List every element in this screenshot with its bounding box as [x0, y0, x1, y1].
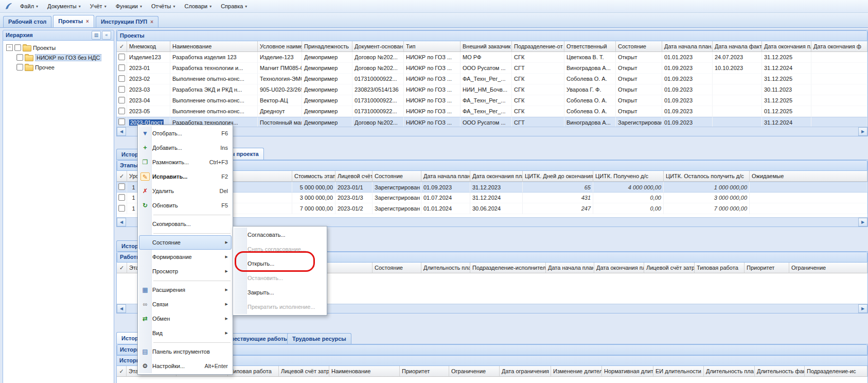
menubar-item[interactable]: Словари▾: [180, 2, 216, 11]
column-header[interactable]: Ограничение: [789, 263, 867, 273]
column-header[interactable]: Тип: [404, 41, 460, 52]
column-header[interactable]: Приоритет: [745, 263, 789, 273]
row-checkbox[interactable]: [118, 118, 125, 125]
tree-node-label[interactable]: НИОКР по ГОЗ без НДС: [35, 54, 101, 61]
document-tab[interactable]: Инструкции ПУП×: [96, 16, 158, 27]
column-header[interactable]: Дата окончания ф: [811, 41, 867, 52]
column-header[interactable]: Подразделение-от: [512, 41, 564, 52]
tree-node-label[interactable]: Прочее: [35, 64, 55, 71]
column-header[interactable]: ✓: [117, 171, 127, 182]
menu-item[interactable]: ∞Связи▶: [139, 297, 232, 311]
column-header[interactable]: Лицевой счёт затр: [644, 263, 695, 273]
column-header[interactable]: Документ-основан: [352, 41, 404, 52]
menubar-item[interactable]: Отчёты▾: [147, 2, 180, 11]
menubar-item[interactable]: Функции▾: [111, 2, 147, 11]
menubar-item[interactable]: Документы▾: [43, 2, 85, 11]
column-header[interactable]: ✓: [117, 263, 127, 273]
row-checkbox[interactable]: [118, 183, 125, 190]
column-header[interactable]: Лицевой счёт затр: [279, 366, 329, 377]
row-checkbox[interactable]: [118, 64, 125, 71]
scroll-right-icon[interactable]: ▶: [858, 127, 867, 136]
column-header[interactable]: Дата начала план.: [662, 41, 713, 52]
column-header[interactable]: Приоритет: [400, 366, 449, 377]
column-header[interactable]: Типовая работа: [695, 263, 745, 273]
table-row[interactable]: 2023-05Выполнение опытно-конс...Дредноут…: [117, 106, 867, 117]
tree-checkbox[interactable]: [16, 64, 23, 71]
menu-item[interactable]: ✗УдалитьDel: [139, 184, 232, 198]
column-header[interactable]: Состояние: [373, 263, 421, 273]
table-row[interactable]: 2023-01Разработка технологии и...Магнит …: [117, 63, 867, 74]
column-header[interactable]: Лицевой счёт затрат: [335, 171, 373, 182]
menubar-item[interactable]: Учёт▾: [85, 2, 111, 11]
menu-item[interactable]: ⚙Настройки...Alt+Enter: [139, 359, 232, 373]
tree-node-selected[interactable]: НИОКР по ГОЗ без НДС: [4, 53, 113, 62]
menu-item[interactable]: Скопировать...: [139, 217, 232, 231]
column-header[interactable]: Типовая работа: [228, 366, 279, 377]
scroll-right-icon[interactable]: ▶: [858, 218, 867, 227]
close-icon[interactable]: ×: [150, 20, 153, 25]
section-tab[interactable]: Трудовые ресурсы: [287, 333, 351, 344]
menu-item[interactable]: Состояние▶: [139, 235, 232, 250]
collapse-expander-icon[interactable]: −: [6, 44, 13, 51]
menu-item[interactable]: ⇄Обмен▶: [139, 311, 232, 326]
row-checkbox[interactable]: [118, 86, 125, 93]
menu-item[interactable]: +Добавить...Ins: [139, 141, 232, 155]
menubar-item[interactable]: Файл▾: [15, 2, 43, 11]
column-header[interactable]: ✓: [117, 366, 127, 377]
column-header[interactable]: Ответственный: [564, 41, 616, 52]
column-header[interactable]: Длительность пла: [704, 366, 755, 377]
column-header[interactable]: Дата начала план.: [546, 263, 594, 273]
tree-node[interactable]: Прочее: [4, 62, 113, 72]
column-header[interactable]: Подразделение-ис: [805, 366, 867, 377]
column-header[interactable]: Ограничение: [449, 366, 500, 377]
column-header[interactable]: Состояние: [373, 171, 421, 182]
row-checkbox[interactable]: [118, 54, 125, 60]
column-header[interactable]: Изменение длител: [551, 366, 602, 377]
column-header[interactable]: Дата окончания план: [594, 263, 644, 273]
column-header[interactable]: Внешний заказчик: [460, 41, 512, 52]
document-tab[interactable]: Рабочий стол: [3, 16, 51, 27]
column-header[interactable]: Дата начала план: [421, 171, 470, 182]
menu-item[interactable]: Вид▶: [139, 326, 232, 340]
columns-icon[interactable]: ▥: [92, 31, 101, 40]
row-checkbox[interactable]: [118, 75, 125, 82]
column-header[interactable]: Мнемокод: [127, 41, 170, 52]
tree-checkbox[interactable]: [16, 54, 23, 61]
scroll-left-icon[interactable]: ◀: [117, 218, 126, 227]
column-header[interactable]: Подразделение-исполнитель: [470, 263, 546, 273]
table-row[interactable]: 2023-04Выполнение опытно-конс...Вектор-А…: [117, 95, 867, 106]
column-header[interactable]: ✓: [117, 41, 127, 52]
row-checkbox[interactable]: [118, 205, 125, 212]
scroll-left-icon[interactable]: ◀: [117, 127, 126, 136]
column-header[interactable]: Ожидаемые: [750, 171, 867, 182]
menu-item[interactable]: ▤Панель инструментов: [139, 344, 232, 359]
menu-item[interactable]: ▦Расширения▶: [139, 283, 232, 297]
menu-item[interactable]: ↻ОбновитьF5: [139, 198, 232, 213]
document-tab[interactable]: Проекты×: [53, 15, 94, 27]
scroll-right-icon[interactable]: ▶: [858, 304, 867, 313]
column-header[interactable]: ЦИТК. Дней до окончания: [523, 171, 593, 182]
column-header[interactable]: Принадлежность: [302, 41, 352, 52]
column-header[interactable]: Длительность план▼: [421, 263, 470, 273]
table-row[interactable]: 2023-02Выполнение опытно-конс...Технолог…: [117, 74, 867, 84]
column-header[interactable]: Дата окончания пл: [762, 41, 811, 52]
column-header[interactable]: Стоимость этапа: [292, 171, 335, 182]
menu-item[interactable]: Закрыть...: [234, 285, 326, 300]
column-header[interactable]: Дата начала факт: [713, 41, 762, 52]
row-checkbox[interactable]: [118, 108, 125, 114]
column-header[interactable]: ЕИ длительности: [653, 366, 704, 377]
column-header[interactable]: Наименование: [170, 41, 258, 52]
close-icon[interactable]: ×: [86, 19, 89, 24]
tree-node-root[interactable]: − Проекты: [4, 43, 113, 53]
row-checkbox[interactable]: [118, 97, 125, 103]
menu-item[interactable]: ❐Размножить...Ctrl+F3: [139, 155, 232, 169]
menu-item[interactable]: Просмотр▶: [139, 264, 232, 278]
tree-checkbox[interactable]: [14, 44, 21, 51]
menu-item[interactable]: Согласовать...: [234, 228, 326, 242]
menu-item[interactable]: Формирование▶: [139, 250, 232, 264]
column-header[interactable]: Дата ограничения: [500, 366, 551, 377]
menubar-item[interactable]: Справка▾: [216, 2, 252, 11]
column-header[interactable]: Нормативная длит: [602, 366, 653, 377]
tree-node-label[interactable]: Проекты: [33, 45, 56, 51]
table-row[interactable]: Изделие123Разработка изделия 123Изделие-…: [117, 52, 867, 63]
